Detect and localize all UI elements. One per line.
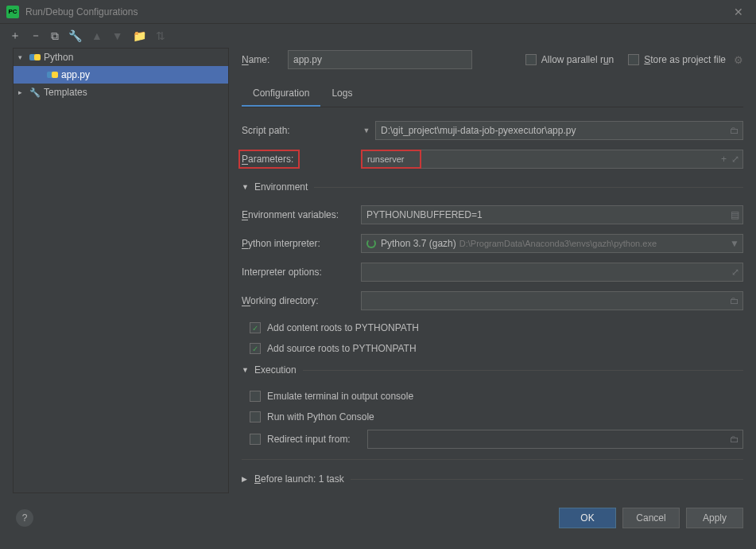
chevron-down-icon: ▼ — [242, 366, 254, 374]
app-icon: PC — [6, 6, 19, 18]
copy-config-icon[interactable]: ⧉ — [51, 29, 59, 43]
python-icon — [47, 69, 58, 80]
chevron-down-icon: ▼ — [242, 183, 254, 191]
chevron-right-icon: ▶ — [242, 475, 254, 483]
browse-icon[interactable]: 🗀 — [730, 125, 739, 136]
divider — [242, 459, 743, 460]
checkbox-icon[interactable] — [250, 434, 261, 445]
chevron-right-icon: ▸ — [18, 88, 29, 96]
add-config-icon[interactable]: ＋ — [10, 29, 21, 43]
interpreter-select[interactable]: Python 3.7 (gazh) D:\ProgramData\Anacond… — [361, 234, 743, 253]
config-toolbar: ＋ － ⧉ 🔧 ▲ ▼ 📁 ⇅ — [0, 24, 756, 48]
environment-section[interactable]: ▼ Environment — [242, 177, 743, 197]
dialog-footer: ? OK Cancel Apply — [0, 500, 756, 536]
wrench-icon: 🔧 — [29, 88, 41, 98]
checkbox-icon — [250, 391, 261, 402]
before-launch-section[interactable]: ▶ Before launch: 1 task — [242, 469, 743, 489]
expand-icon[interactable]: ⤢ — [731, 267, 739, 278]
checkbox-label: Allow parallel run — [541, 54, 614, 65]
help-icon[interactable]: ? — [16, 509, 33, 527]
tree-node-app[interactable]: app.py — [14, 66, 228, 84]
chevron-down-icon[interactable]: ▼ — [730, 238, 739, 249]
checkbox-label: Emulate terminal in output console — [267, 391, 413, 402]
interpreter-path: D:\ProgramData\Anaconda3\envs\gazh\pytho… — [459, 239, 657, 248]
chevron-down-icon: ▾ — [18, 53, 29, 61]
ok-button[interactable]: OK — [559, 508, 616, 528]
field-value: D:\git_project\muji-data-job-pyexecutor\… — [381, 125, 576, 136]
field-value: runserver — [367, 154, 404, 164]
divider — [351, 479, 743, 480]
env-vars-label: Environment variables: — [242, 209, 361, 220]
checkbox-icon: ✓ — [250, 322, 261, 333]
interp-options-label: Interpreter options: — [242, 267, 361, 278]
chevron-down-icon[interactable]: ▼ — [361, 127, 372, 134]
browse-icon[interactable]: 🗀 — [730, 295, 739, 306]
tab-bar: Configuration Logs — [242, 81, 743, 107]
tree-label: Python — [44, 52, 73, 63]
tree-label: Templates — [44, 87, 87, 98]
add-source-roots-checkbox[interactable]: ✓ Add source roots to PYTHONPATH — [250, 340, 743, 357]
list-icon[interactable]: ▤ — [731, 209, 739, 220]
checkbox-label: Add source roots to PYTHONPATH — [267, 343, 417, 354]
allow-parallel-checkbox[interactable]: Allow parallel run — [525, 54, 614, 65]
interpreter-label: Python interpreter: — [242, 238, 361, 249]
checkbox-label: Store as project file — [644, 54, 726, 65]
working-dir-input[interactable]: 🗀 — [361, 291, 743, 310]
window-title: Run/Debug Configurations — [25, 6, 727, 18]
browse-icon[interactable]: 🗀 — [730, 434, 739, 445]
tab-configuration[interactable]: Configuration — [242, 81, 320, 107]
title-bar: PC Run/Debug Configurations ✕ — [0, 0, 756, 24]
store-project-checkbox[interactable]: Store as project file ⚙ — [628, 54, 743, 66]
python-icon — [29, 52, 41, 63]
tree-node-templates[interactable]: ▸ 🔧 Templates — [14, 84, 228, 101]
divider — [314, 187, 743, 188]
section-title: Before launch: 1 task — [254, 473, 344, 485]
checkbox-icon — [628, 54, 639, 65]
interp-options-input[interactable]: ⤢ — [361, 263, 743, 282]
plus-icon[interactable]: + — [721, 154, 727, 165]
config-tree: ▾ Python app.py ▸ 🔧 Templates — [13, 48, 229, 493]
name-label: Name: — [242, 54, 288, 65]
cancel-button[interactable]: Cancel — [622, 508, 680, 528]
sort-icon[interactable]: ⇅ — [156, 29, 165, 42]
name-input[interactable] — [288, 50, 472, 69]
checkbox-icon — [525, 54, 537, 65]
script-path-input[interactable]: D:\git_project\muji-data-job-pyexecutor\… — [375, 121, 743, 140]
move-down-icon[interactable]: ▼ — [112, 29, 123, 42]
env-vars-input[interactable]: PYTHONUNBUFFERED=1 ▤ — [361, 205, 743, 224]
checkbox-label: Run with Python Console — [267, 411, 374, 422]
run-python-console-checkbox[interactable]: Run with Python Console — [250, 408, 743, 426]
checkbox-icon: ✓ — [250, 343, 261, 354]
divider — [303, 370, 743, 371]
interpreter-name: Python 3.7 (gazh) — [381, 238, 456, 249]
working-dir-label: Working directory: — [242, 295, 361, 306]
checkbox-label: Add content roots to PYTHONPATH — [267, 322, 419, 333]
main-panel: Name: Allow parallel run Store as projec… — [235, 48, 756, 500]
add-content-roots-checkbox[interactable]: ✓ Add content roots to PYTHONPATH — [250, 319, 743, 337]
loading-icon — [366, 239, 376, 248]
section-title: Environment — [254, 181, 308, 193]
script-path-label: Script path: — [242, 125, 361, 136]
execution-section[interactable]: ▼ Execution — [242, 360, 743, 380]
close-icon[interactable]: ✕ — [727, 2, 750, 21]
gear-icon[interactable]: ⚙ — [734, 54, 743, 66]
emulate-terminal-checkbox[interactable]: Emulate terminal in output console — [250, 387, 743, 405]
folder-icon[interactable]: 📁 — [133, 29, 146, 42]
tree-label: app.py — [61, 69, 90, 80]
redirect-input-field[interactable]: 🗀 — [367, 430, 743, 449]
checkbox-icon — [250, 411, 261, 422]
field-value: PYTHONUNBUFFERED=1 — [366, 209, 483, 220]
redirect-input-label: Redirect input from: — [267, 434, 367, 445]
expand-icon[interactable]: ⤢ — [731, 154, 739, 165]
wrench-icon[interactable]: 🔧 — [68, 29, 82, 42]
remove-config-icon[interactable]: － — [30, 29, 41, 43]
parameters-extra[interactable]: +⤢ — [421, 150, 743, 169]
tab-logs[interactable]: Logs — [320, 81, 363, 107]
parameters-input[interactable]: runserver — [361, 150, 421, 169]
parameters-label: Parameters: — [242, 150, 361, 169]
tree-node-python[interactable]: ▾ Python — [14, 49, 228, 66]
apply-button[interactable]: Apply — [686, 508, 743, 528]
section-title: Execution — [254, 364, 297, 376]
move-up-icon[interactable]: ▲ — [91, 29, 103, 42]
